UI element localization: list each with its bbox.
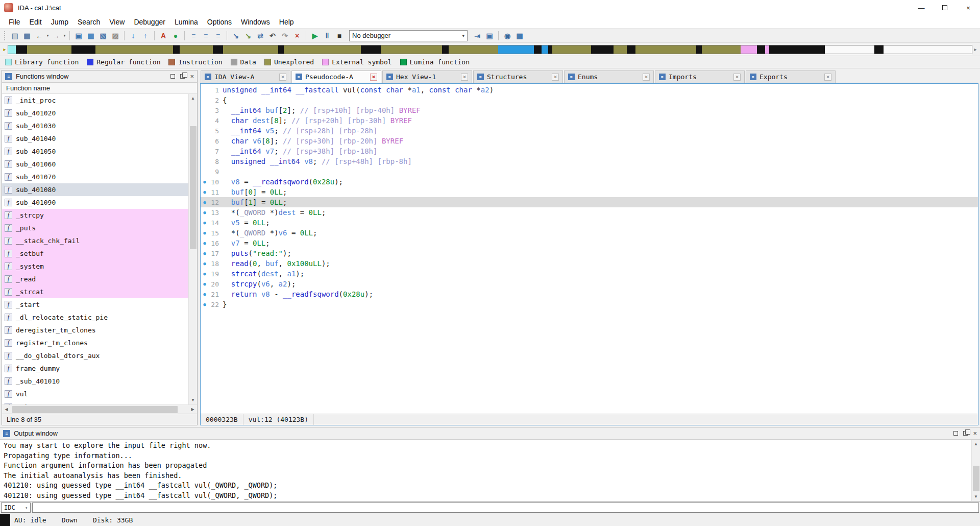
menu-item-windows[interactable]: Windows [236, 16, 275, 28]
code-line-15[interactable]: ●15 *(_QWORD *)v6 = 0LL; [201, 228, 978, 238]
jump-next-icon[interactable]: ↓ [128, 30, 139, 41]
code-line-22[interactable]: ●22} [201, 299, 978, 309]
function-item-sub-401050[interactable]: fsub_401050 [2, 145, 188, 158]
open-subviews-icon[interactable]: ≡ [188, 30, 199, 41]
code-line-9[interactable]: 9 [201, 166, 978, 177]
function-item-puts[interactable]: f_puts [2, 222, 188, 234]
tab-imports[interactable]: ≡Imports× [655, 70, 745, 83]
scroll-left-icon[interactable]: ◀ [2, 405, 11, 414]
code-line-7[interactable]: 7 __int64 v7; // [rsp+38h] [rbp-18h] [201, 146, 978, 156]
menu-item-search[interactable]: Search [73, 16, 105, 28]
scrollbar-thumb[interactable] [190, 126, 197, 249]
menu-item-view[interactable]: View [105, 16, 129, 28]
float-panel-icon[interactable] [180, 74, 185, 79]
code-line-2[interactable]: 2{ [201, 95, 978, 105]
functions-horizontal-scrollbar[interactable]: ◀ ▶ [2, 404, 197, 414]
cross-references-icon[interactable]: ⇄ [255, 30, 266, 41]
scroll-up-icon[interactable]: ▲ [189, 94, 198, 103]
text-search-icon[interactable]: A [158, 30, 169, 41]
code-line-20[interactable]: ●20 strcpy(v6, a2); [201, 279, 978, 289]
code-line-1[interactable]: 1unsigned __int64 __fastcall vul(const c… [201, 85, 978, 95]
scrollbar-thumb[interactable] [973, 466, 979, 491]
float-panel-icon[interactable] [963, 431, 968, 436]
debugger-windows-icon[interactable]: ▣ [484, 30, 495, 41]
function-item-sub-401060[interactable]: fsub_401060 [2, 158, 188, 171]
band-scroll-right-icon[interactable]: ▸ [972, 46, 978, 52]
function-item-sub-401080[interactable]: fsub_401080 [2, 183, 188, 196]
tab-close-icon[interactable]: × [824, 74, 831, 81]
cascade-windows-icon[interactable]: ▣ [73, 30, 84, 41]
output-vertical-scrollbar[interactable]: ▲ ▼ [971, 440, 980, 501]
tab-enums[interactable]: ≡Enums× [564, 70, 654, 83]
output-lines[interactable]: You may start to explore the input file … [0, 440, 971, 501]
tab-close-icon[interactable]: × [461, 74, 468, 81]
scrollbar-thumb[interactable] [12, 406, 178, 413]
jump-name-icon[interactable]: ↘ [242, 30, 254, 41]
function-item-sub-401030[interactable]: fsub_401030 [2, 119, 188, 132]
names-window-icon[interactable]: ≡ [200, 30, 211, 41]
function-item-register-tm-clones[interactable]: fregister_tm_clones [2, 337, 188, 349]
segments-window-icon[interactable]: ≡ [212, 30, 224, 41]
jump-prev-icon[interactable]: ↑ [140, 30, 151, 41]
function-item-sub-401010[interactable]: f_sub_401010 [2, 375, 188, 388]
menu-item-help[interactable]: Help [275, 16, 299, 28]
code-line-12[interactable]: ●12 buf[1] = 0LL; [201, 197, 978, 207]
function-item-dl-relocate-static-pie[interactable]: f_dl_relocate_static_pie [2, 311, 188, 324]
code-line-8[interactable]: 8 unsigned __int64 v8; // [rsp+48h] [rbp… [201, 156, 978, 166]
function-item-sub-401040[interactable]: fsub_401040 [2, 132, 188, 145]
jump-address-icon[interactable]: ↘ [230, 30, 241, 41]
function-item-vul[interactable]: fvul [2, 388, 188, 400]
code-line-19[interactable]: ●19 strcat(dest, a1); [201, 269, 978, 279]
function-item-sub-401070[interactable]: fsub_401070 [2, 171, 188, 183]
code-line-11[interactable]: ●11 buf[0] = 0LL; [201, 187, 978, 197]
function-item-sub-401020[interactable]: fsub_401020 [2, 107, 188, 119]
menu-item-edit[interactable]: Edit [25, 16, 46, 28]
function-item-start[interactable]: f_start [2, 298, 188, 311]
undo-icon[interactable]: ↶ [267, 30, 278, 41]
back-icon[interactable]: ← [34, 30, 45, 41]
cli-language-selector[interactable]: IDC ▾ [1, 503, 31, 513]
close-panel-icon[interactable]: × [190, 74, 194, 79]
navigation-band[interactable] [8, 45, 972, 54]
cli-input[interactable] [32, 503, 979, 513]
new-file-icon[interactable]: ▤ [9, 30, 20, 41]
tab-close-icon[interactable]: × [370, 74, 377, 81]
function-item-strcpy[interactable]: f_strcpy [2, 209, 188, 222]
function-item-setbuf[interactable]: f_setbuf [2, 247, 188, 260]
function-item-do-global-dtors-aux[interactable]: f__do_global_dtors_aux [2, 349, 188, 362]
code-line-18[interactable]: ●18 read(0, buf, 0x100uLL); [201, 258, 978, 269]
tab-hex-view-1[interactable]: ≡Hex View-1× [382, 70, 472, 83]
code-line-21[interactable]: ●21 return v8 - __readfsqword(0x28u); [201, 289, 978, 299]
dropdown-caret-icon[interactable]: ▾ [45, 33, 50, 38]
tab-ida-view-a[interactable]: ≡IDA View-A× [201, 70, 290, 83]
code-line-13[interactable]: ●13 *(_QWORD *)dest = 0LL; [201, 207, 978, 218]
start-process-icon[interactable]: ▶ [309, 30, 321, 41]
print-icon[interactable]: ▨ [110, 30, 121, 41]
maximize-button[interactable] [933, 0, 957, 15]
function-name-column-header[interactable]: Function name [2, 83, 197, 94]
code-line-17[interactable]: ●17 puts("read:"); [201, 248, 978, 258]
save-database-icon[interactable]: ▦ [21, 30, 33, 41]
function-item-frame-dummy[interactable]: fframe_dummy [2, 362, 188, 375]
code-line-5[interactable]: 5 __int64 v5; // [rsp+28h] [rbp-28h] [201, 126, 978, 136]
tab-close-icon[interactable]: × [643, 74, 650, 81]
band-scroll-left-icon[interactable]: ▸ [2, 46, 8, 52]
restore-panel-icon[interactable] [170, 74, 175, 79]
minimize-button[interactable]: — [910, 0, 933, 15]
scroll-right-icon[interactable]: ▶ [188, 405, 197, 414]
suspend-process-icon[interactable]: ‖ [322, 30, 333, 41]
code-line-16[interactable]: ●16 v7 = 0LL; [201, 238, 978, 248]
menu-item-debugger[interactable]: Debugger [129, 16, 170, 28]
cancel-analysis-icon[interactable]: × [291, 30, 303, 41]
function-item-main[interactable]: fmain [2, 400, 188, 404]
function-item-stack-chk-fail[interactable]: f__stack_chk_fail [2, 234, 188, 247]
function-item-read[interactable]: f_read [2, 273, 188, 285]
code-line-10[interactable]: ●10 v8 = __readfsqword(0x28u); [201, 177, 978, 187]
close-button[interactable]: × [957, 0, 980, 15]
function-item-system[interactable]: f_system [2, 260, 188, 273]
pseudocode-area[interactable]: 1unsigned __int64 __fastcall vul(const c… [201, 84, 978, 414]
tab-pseudocode-a[interactable]: ≡Pseudocode-A× [291, 70, 381, 83]
debugger-select[interactable]: No debugger▾ [349, 30, 468, 41]
menu-item-lumina[interactable]: Lumina [170, 16, 203, 28]
function-item-sub-401090[interactable]: fsub_401090 [2, 196, 188, 209]
